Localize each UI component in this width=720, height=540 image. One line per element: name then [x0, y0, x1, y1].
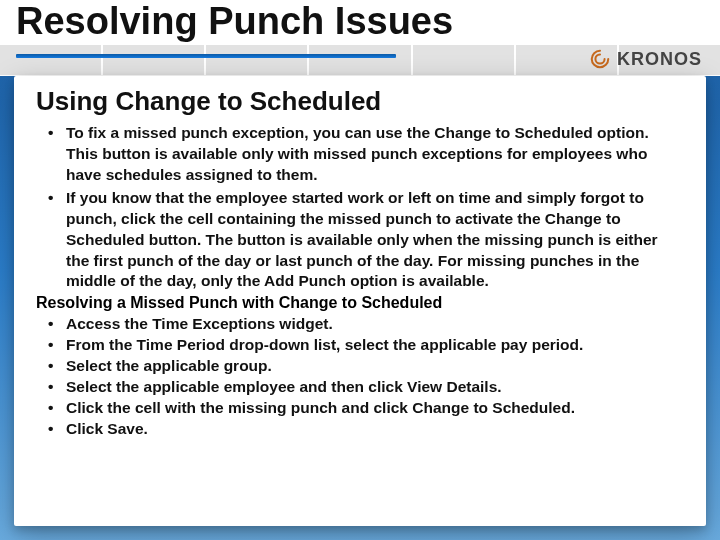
list-item: To fix a missed punch exception, you can… [36, 123, 684, 186]
content-panel: Using Change to Scheduled To fix a misse… [14, 76, 706, 526]
list-item: Access the Time Exceptions widget. [36, 314, 684, 335]
list-item: Select the applicable employee and then … [36, 377, 684, 398]
step-bullet-list: Access the Time Exceptions widget. From … [36, 314, 684, 440]
kronos-swirl-icon [589, 48, 611, 70]
list-item: Click Save. [36, 419, 684, 440]
brand-logo: KRONOS [589, 48, 702, 70]
intro-bullet-list: To fix a missed punch exception, you can… [36, 123, 684, 292]
list-item: From the Time Period drop-down list, sel… [36, 335, 684, 356]
section-title: Using Change to Scheduled [36, 86, 684, 117]
page-title: Resolving Punch Issues [16, 2, 704, 42]
sub-heading: Resolving a Missed Punch with Change to … [36, 294, 684, 312]
list-item: Click the cell with the missing punch an… [36, 398, 684, 419]
brand-name: KRONOS [617, 49, 702, 70]
title-underline [16, 54, 396, 58]
title-bar: Resolving Punch Issues KRONOS [0, 0, 720, 76]
list-item: If you know that the employee started wo… [36, 188, 684, 293]
list-item: Select the applicable group. [36, 356, 684, 377]
